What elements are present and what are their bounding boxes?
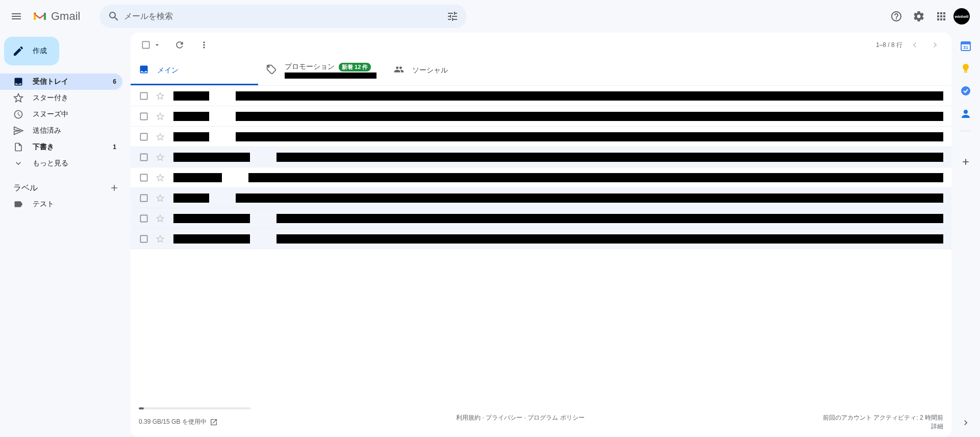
mail-row[interactable] [131,127,951,147]
mail-row[interactable] [131,208,951,229]
inbox-icon [13,77,23,87]
tasks-icon [961,86,971,96]
checkbox-icon [139,152,149,162]
row-checkbox[interactable] [139,234,149,244]
nav-snoozed[interactable]: スヌーズ中 [0,106,122,123]
row-star[interactable] [155,152,165,162]
tab-promotions[interactable]: プロモーション 新着 12 件 [258,57,386,85]
storage-text: 0.39 GB/15 GB を使用中 [139,418,207,426]
row-checkbox[interactable] [139,132,149,142]
tab-content: プロモーション 新着 12 件 [285,62,376,79]
mail-row[interactable] [131,106,951,127]
prev-page-button[interactable] [907,37,923,53]
row-checkbox[interactable] [139,152,149,162]
dropdown-icon [153,41,161,49]
calendar-icon: 31 [961,41,971,51]
checkbox-icon [139,213,149,224]
refresh-button[interactable] [171,37,188,53]
redacted-content [236,132,943,141]
support-button[interactable] [886,6,907,27]
contacts-icon [961,108,971,118]
redacted-sender [173,153,250,162]
gmail-logo[interactable]: Gmail [33,10,95,23]
checkbox-icon [139,234,149,244]
row-star[interactable] [155,132,165,142]
row-checkbox[interactable] [139,213,149,224]
terms-link[interactable]: 利用規約 [456,414,481,421]
row-star[interactable] [155,111,165,122]
tab-primary[interactable]: メイン [131,57,258,85]
nav-sent[interactable]: 送信済み [0,123,122,139]
checkbox-icon [139,173,149,183]
keep-app-button[interactable] [961,63,971,74]
mail-row[interactable] [131,86,951,106]
row-checkbox[interactable] [139,193,149,203]
program-link[interactable]: プログラム ポリシー [527,414,584,421]
mail-row[interactable] [131,147,951,167]
pencil-icon [12,45,24,57]
mail-list [131,86,951,249]
label-item[interactable]: テスト [0,196,122,212]
compose-button[interactable]: 作成 [4,37,59,65]
rail-divider [961,131,971,131]
nav-items: 受信トレイ 6 スター付き スヌーズ中 送信済み 下書き 1 もっと見る [0,74,131,172]
row-checkbox[interactable] [139,111,149,122]
star-outline-icon [155,173,165,183]
apps-button[interactable] [931,6,951,27]
tab-social[interactable]: ソーシャル [386,57,513,85]
select-all-checkbox[interactable] [139,38,163,52]
tab-label: ソーシャル [412,66,448,75]
contacts-app-button[interactable] [961,108,971,118]
main-menu-button[interactable] [4,4,29,29]
next-page-button[interactable] [927,37,943,53]
hide-side-panel-button[interactable] [958,415,974,431]
redacted-sender [173,234,250,244]
open-in-new-icon[interactable] [210,418,218,426]
nav-drafts[interactable]: 下書き 1 [0,139,122,155]
more-button[interactable] [196,37,212,53]
row-star[interactable] [155,193,165,203]
draft-icon [13,142,23,152]
search-options-button[interactable] [442,6,463,27]
nav-label: スヌーズ中 [33,110,116,119]
account-avatar[interactable]: winhell [953,8,970,25]
redacted-content [277,214,943,223]
mail-row[interactable] [131,229,951,249]
more-vert-icon [199,40,209,50]
nav-starred[interactable]: スター付き [0,90,122,106]
settings-button[interactable] [909,6,929,27]
row-star[interactable] [155,91,165,101]
nav-label: 送信済み [33,126,116,135]
svg-rect-3 [964,71,967,72]
star-outline-icon [155,91,165,101]
redacted-sender [173,214,250,223]
send-icon [13,126,23,136]
row-star[interactable] [155,173,165,183]
tune-icon [446,10,459,22]
category-tabs: メイン プロモーション 新着 12 件 ソーシャル [131,57,951,86]
redacted-content [277,153,943,162]
tasks-app-button[interactable] [961,86,971,96]
row-star[interactable] [155,234,165,244]
privacy-link[interactable]: プライバシー [486,414,522,421]
row-star[interactable] [155,213,165,224]
page-info: 1–8 / 8 行 [876,41,902,50]
search-input[interactable] [124,12,442,21]
nav-inbox[interactable]: 受信トレイ 6 [0,74,122,90]
label-icon [13,199,23,209]
mail-row[interactable] [131,167,951,188]
details-link[interactable]: 詳細 [931,423,943,430]
row-checkbox[interactable] [139,91,149,101]
inbox-tab-icon [139,64,149,77]
search-bar[interactable] [99,5,467,28]
get-addons-button[interactable] [956,152,976,172]
row-checkbox[interactable] [139,173,149,183]
star-icon [13,93,23,103]
calendar-app-button[interactable]: 31 [961,41,971,51]
nav-more[interactable]: もっと見る [0,155,122,172]
redacted-sender [173,193,209,203]
mail-row[interactable] [131,188,951,208]
add-label-button[interactable] [108,182,120,194]
search-button[interactable] [104,6,124,27]
star-outline-icon [155,234,165,244]
